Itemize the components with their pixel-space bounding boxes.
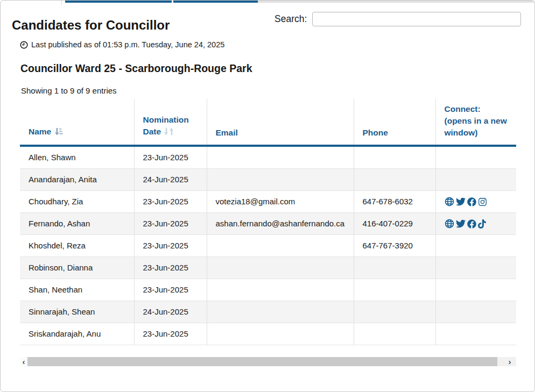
table-row: Anandarajan, Anita24-Jun-2025 xyxy=(20,169,516,191)
table-row: Sinnarajah, Shean24-Jun-2025 xyxy=(20,301,516,323)
cell-connect xyxy=(435,235,516,257)
table-header-row: Name Nomination Date Email Phone Connect… xyxy=(20,99,516,146)
candidates-table: Name Nomination Date Email Phone Connect… xyxy=(20,99,516,345)
scroll-track[interactable] xyxy=(497,357,503,366)
page-title: Candidates for Councillor xyxy=(12,18,170,33)
cell-name: Fernando, Ashan xyxy=(20,213,134,235)
social-links xyxy=(445,218,508,229)
cell-nomination-date: 24-Jun-2025 xyxy=(134,301,207,323)
candidates-table-body: Allen, Shawn23-Jun-2025Anandarajan, Anit… xyxy=(20,146,516,345)
cell-name: Sriskandarajah, Anu xyxy=(20,323,134,345)
cell-nomination-date: 23-Jun-2025 xyxy=(134,235,207,257)
published-line: Last published as of 01:53 p.m. Tuesday,… xyxy=(20,40,224,49)
cell-connect xyxy=(435,191,516,213)
column-header-phone[interactable]: Phone xyxy=(354,99,435,146)
facebook-icon[interactable] xyxy=(467,197,476,206)
table-row: Khoshdel, Reza23-Jun-2025647-767-3920 xyxy=(20,235,516,257)
column-label: Name xyxy=(29,127,51,136)
cell-phone: 647-678-6032 xyxy=(354,191,435,213)
cell-phone: 416-407-0229 xyxy=(354,213,435,235)
cell-email: ashan.fernando@ashanfernando.ca xyxy=(207,213,354,235)
column-label: Connect: (opens in a new window) xyxy=(445,104,507,137)
sort-ascending-icon xyxy=(54,128,63,137)
instagram-icon[interactable] xyxy=(478,197,487,206)
cell-connect xyxy=(435,257,516,279)
twitter-icon[interactable] xyxy=(456,219,466,229)
website-icon[interactable] xyxy=(445,219,454,229)
cell-connect xyxy=(435,169,516,191)
table-row: Fernando, Ashan23-Jun-2025ashan.fernando… xyxy=(20,213,516,235)
social-links xyxy=(445,196,508,207)
cell-email xyxy=(207,235,354,257)
search-control: Search: xyxy=(274,12,521,26)
table-row: Sriskandarajah, Anu23-Jun-2025 xyxy=(20,323,516,345)
cell-phone xyxy=(354,301,435,323)
cell-phone xyxy=(354,279,435,301)
cell-name: Sinnarajah, Shean xyxy=(20,301,134,323)
cell-name: Khoshdel, Reza xyxy=(20,235,134,257)
search-input[interactable] xyxy=(312,12,521,26)
cell-connect xyxy=(435,146,516,169)
cell-email xyxy=(207,169,354,191)
cell-email xyxy=(207,301,354,323)
cell-phone xyxy=(354,257,435,279)
cell-email: votezia18@gmail.com xyxy=(207,191,354,213)
sort-both-icon xyxy=(164,128,175,137)
cell-name: Allen, Shawn xyxy=(20,146,134,169)
ward-title: Councillor Ward 25 - Scarborough-Rouge P… xyxy=(20,62,252,75)
cell-nomination-date: 23-Jun-2025 xyxy=(134,323,207,345)
column-header-connect[interactable]: Connect: (opens in a new window) xyxy=(435,99,516,146)
cell-phone: 647-767-3920 xyxy=(354,235,435,257)
tiktok-icon[interactable] xyxy=(478,219,486,229)
website-icon[interactable] xyxy=(445,197,454,206)
scroll-thumb[interactable] xyxy=(27,357,497,366)
cell-name: Choudhary, Zia xyxy=(20,191,134,213)
published-text: Last published as of 01:53 p.m. Tuesday,… xyxy=(31,40,224,49)
table-row: Robinson, Dianna23-Jun-2025 xyxy=(20,257,516,279)
cell-phone xyxy=(354,323,435,345)
cell-nomination-date: 23-Jun-2025 xyxy=(134,279,207,301)
search-label: Search: xyxy=(274,13,307,25)
cell-connect xyxy=(435,213,516,235)
cell-phone xyxy=(354,169,435,191)
clock-icon xyxy=(20,41,28,49)
cell-connect xyxy=(435,279,516,301)
tab-indicator-1[interactable] xyxy=(65,1,172,3)
cell-name: Anandarajan, Anita xyxy=(20,169,134,191)
tab-strip-remainder xyxy=(258,1,534,3)
tab-indicator-2[interactable] xyxy=(173,1,258,3)
cell-nomination-date: 23-Jun-2025 xyxy=(134,257,207,279)
cell-nomination-date: 23-Jun-2025 xyxy=(134,191,207,213)
cell-nomination-date: 23-Jun-2025 xyxy=(134,213,207,235)
table-row: Choudhary, Zia23-Jun-2025votezia18@gmail… xyxy=(20,191,516,213)
cell-email xyxy=(207,323,354,345)
cell-name: Shan, Neethan xyxy=(20,279,134,301)
facebook-icon[interactable] xyxy=(467,219,476,229)
horizontal-scrollbar[interactable]: ‹ › xyxy=(20,357,516,366)
twitter-icon[interactable] xyxy=(456,197,466,206)
column-header-name[interactable]: Name xyxy=(20,99,134,146)
page: Candidates for Councillor Search: Last p… xyxy=(0,0,535,392)
column-label: Phone xyxy=(363,128,388,137)
column-label: Email xyxy=(216,128,238,137)
cell-nomination-date: 23-Jun-2025 xyxy=(134,146,207,169)
cell-connect xyxy=(435,301,516,323)
cell-name: Robinson, Dianna xyxy=(20,257,134,279)
cell-email xyxy=(207,279,354,301)
active-tab-edge xyxy=(61,1,62,5)
column-header-nomination-date[interactable]: Nomination Date xyxy=(134,99,207,146)
entries-summary: Showing 1 to 9 of 9 entries xyxy=(21,86,117,95)
cell-phone xyxy=(354,146,435,169)
table-row: Shan, Neethan23-Jun-2025 xyxy=(20,279,516,301)
cell-email xyxy=(207,257,354,279)
cell-nomination-date: 24-Jun-2025 xyxy=(134,169,207,191)
scroll-left-button[interactable]: ‹ xyxy=(20,357,27,366)
column-header-email[interactable]: Email xyxy=(207,99,354,146)
cell-connect xyxy=(435,323,516,345)
scroll-right-button[interactable]: › xyxy=(503,357,516,366)
cell-email xyxy=(207,146,354,169)
table-row: Allen, Shawn23-Jun-2025 xyxy=(20,146,516,169)
